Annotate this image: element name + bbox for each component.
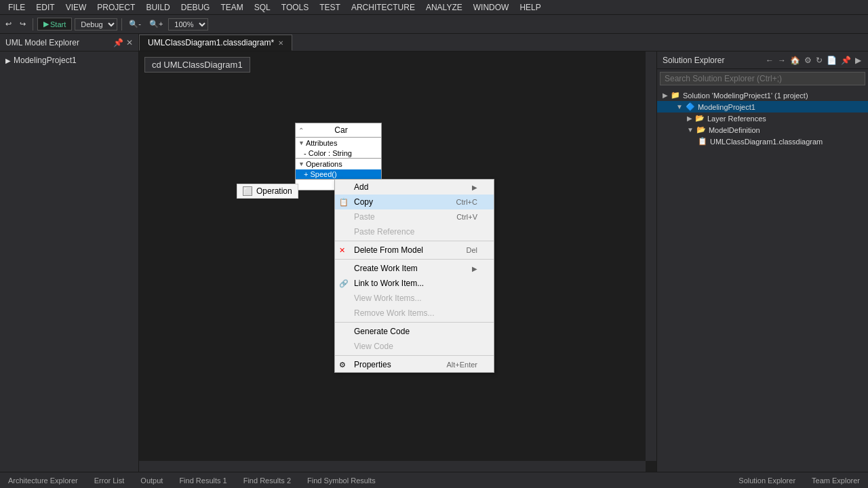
scrollbar-vertical[interactable]: [646, 52, 656, 461]
sol-tree: ▶ 📁 Solution 'ModelingProject1' (1 proje…: [657, 88, 868, 472]
sol-properties[interactable]: 📄: [825, 54, 838, 66]
menu-analyze[interactable]: ANALYZE: [420, 1, 468, 14]
sol-project-expand: ▼: [676, 103, 683, 110]
sol-project-icon: 🔷: [686, 102, 695, 111]
sol-search-input[interactable]: [660, 72, 865, 85]
sol-model-expand: ▼: [687, 126, 694, 134]
main-layout: UML Model Explorer 📌 ✕ ▶ ModelingProject…: [0, 34, 868, 472]
ctx-create-work-item[interactable]: Create Work Item ▶: [335, 261, 494, 276]
ctx-paste[interactable]: Paste Ctrl+V: [335, 209, 494, 224]
diagram-canvas[interactable]: cd UMLClassDiagram1 ⌃ Car ▼ Attributes -…: [139, 52, 656, 472]
uml-operations-section: ▼ Operations + Speed(): [296, 159, 381, 180]
menu-window[interactable]: WINDOW: [468, 1, 515, 14]
tree-item-project[interactable]: ▶ ModelingProject1: [0, 54, 138, 66]
attributes-label: Attributes: [306, 139, 337, 147]
ctx-properties[interactable]: ⚙ Properties Alt+Enter: [335, 357, 494, 372]
bottom-tab-arch-explorer[interactable]: Architecture Explorer: [0, 475, 86, 486]
toolbar-start[interactable]: ▶ Start: [37, 18, 72, 30]
sol-home[interactable]: 🏠: [789, 54, 802, 66]
sol-item-solution[interactable]: ▶ 📁 Solution 'ModelingProject1' (1 proje…: [657, 89, 868, 101]
uml-attributes-header[interactable]: ▼ Attributes: [296, 138, 381, 148]
tab-close-icon[interactable]: ✕: [278, 39, 283, 47]
menu-build[interactable]: BUILD: [140, 1, 175, 14]
sol-item-layer-references[interactable]: ▶ 📂 Layer References: [657, 113, 868, 124]
bottom-tab-find-symbol[interactable]: Find Symbol Results: [299, 475, 384, 486]
menu-debug[interactable]: DEBUG: [176, 1, 216, 14]
menu-team[interactable]: TEAM: [215, 1, 248, 14]
sol-refresh[interactable]: ↻: [814, 54, 824, 66]
pin-icon[interactable]: 📌: [113, 38, 123, 47]
uml-attributes-section: ▼ Attributes - Color : String: [296, 138, 381, 159]
menu-bar: FILE EDIT VIEW PROJECT BUILD DEBUG TEAM …: [0, 0, 868, 15]
ctx-add[interactable]: Add ▶: [335, 180, 494, 195]
ctx-paste-reference[interactable]: Paste Reference: [335, 224, 494, 239]
menu-tools[interactable]: TOOLS: [276, 1, 314, 14]
menu-sql[interactable]: SQL: [249, 1, 276, 14]
uml-class-title: ⌃ Car: [296, 123, 381, 138]
sol-solution-expand: ▶: [663, 92, 668, 99]
bottom-tab-error-list[interactable]: Error List: [86, 475, 133, 486]
ctx-paste-shortcut: Ctrl+V: [456, 213, 477, 221]
ctx-sep1: [335, 241, 494, 241]
sol-item-model-definition[interactable]: ▼ 📂 ModelDefinition: [657, 124, 868, 136]
sol-diagram-icon: 📋: [698, 137, 707, 146]
menu-project[interactable]: PROJECT: [92, 1, 140, 14]
operations-expand-icon: ▼: [298, 161, 304, 167]
toolbar-zoom-in[interactable]: 🔍+: [146, 18, 165, 30]
uml-operation-item-speed[interactable]: + Speed(): [296, 169, 381, 179]
toolbar-zoom-out[interactable]: 🔍-: [126, 18, 144, 30]
ctx-view-work-items-label: View Work Items...: [354, 293, 422, 303]
sol-item-classdiagram[interactable]: 📋 UMLClassDiagram1.classdiagram: [657, 136, 868, 147]
ctx-add-label: Add: [354, 182, 368, 192]
ctx-view-code-label: View Code: [354, 342, 393, 351]
sol-solution-label: Solution 'ModelingProject1' (1 project): [683, 92, 808, 100]
toolbar-undo[interactable]: ↩: [3, 18, 14, 30]
bottom-tab-output[interactable]: Output: [132, 475, 171, 486]
sol-nav-forward[interactable]: →: [776, 54, 787, 66]
toolbar-redo[interactable]: ↪: [17, 18, 28, 30]
sol-diagram-label: UMLClassDiagram1.classdiagram: [710, 138, 823, 146]
ctx-generate-code-label: Generate Code: [354, 327, 410, 336]
toolbar-zoom[interactable]: 100%: [168, 18, 208, 30]
ctx-remove-work-items[interactable]: Remove Work Items...: [335, 306, 494, 321]
ctx-copy[interactable]: 📋 Copy Ctrl+C: [335, 195, 494, 209]
toolbar-sep2: [121, 18, 122, 30]
sol-pin[interactable]: 📌: [840, 54, 852, 66]
uml-attribute-item-color[interactable]: - Color : String: [296, 148, 381, 158]
uml-fold-icon[interactable]: ⌃: [298, 127, 304, 134]
bottom-tab-find2[interactable]: Find Results 2: [235, 475, 299, 486]
tab-label: UMLClassDiagram1.classdiagram*: [148, 38, 274, 47]
menu-architecture[interactable]: ARCHITECTURE: [346, 1, 420, 14]
operations-label: Operations: [306, 160, 342, 168]
menu-test[interactable]: TEST: [314, 1, 346, 14]
sol-arrow-right[interactable]: ▶: [854, 54, 863, 66]
menu-edit[interactable]: EDIT: [31, 1, 60, 14]
menu-help[interactable]: HELP: [514, 1, 546, 14]
tab-classdiagram[interactable]: UMLClassDiagram1.classdiagram* ✕: [139, 35, 292, 51]
bottom-tab-find1[interactable]: Find Results 1: [171, 475, 235, 486]
bottom-tab-team-explorer[interactable]: Team Explorer: [804, 475, 868, 486]
ctx-view-work-items[interactable]: View Work Items...: [335, 291, 494, 306]
breadcrumb: cd UMLClassDiagram1: [144, 57, 250, 73]
toolbar-config[interactable]: Debug: [75, 18, 117, 30]
bottom-tab-sol-explorer[interactable]: Solution Explorer: [730, 475, 804, 486]
sol-settings[interactable]: ⚙: [803, 54, 813, 66]
sol-nav-back[interactable]: ←: [764, 54, 775, 66]
ctx-create-work-item-arrow: ▶: [472, 265, 477, 272]
uml-class-name[interactable]: Car: [304, 125, 378, 135]
ctx-paste-ref-label: Paste Reference: [354, 227, 414, 237]
operation-icon: ⬜: [243, 186, 252, 196]
menu-file[interactable]: FILE: [3, 1, 31, 14]
sol-header-icons: ← → 🏠 ⚙ ↻ 📄 📌 ▶: [764, 54, 863, 66]
sol-item-project[interactable]: ▼ 🔷 ModelingProject1: [657, 101, 868, 113]
ctx-generate-code[interactable]: Generate Code: [335, 324, 494, 339]
tree-expand-icon: ▶: [5, 57, 11, 64]
ctx-delete[interactable]: ✕ Delete From Model Del: [335, 243, 494, 258]
ctx-link-work-item[interactable]: 🔗 Link to Work Item...: [335, 276, 494, 291]
ctx-view-code[interactable]: View Code: [335, 339, 494, 354]
uml-tree: ▶ ModelingProject1: [0, 52, 138, 69]
scrollbar-horizontal[interactable]: [139, 461, 646, 472]
uml-operations-header[interactable]: ▼ Operations: [296, 159, 381, 169]
menu-view[interactable]: VIEW: [60, 1, 92, 14]
close-icon[interactable]: ✕: [126, 38, 133, 47]
